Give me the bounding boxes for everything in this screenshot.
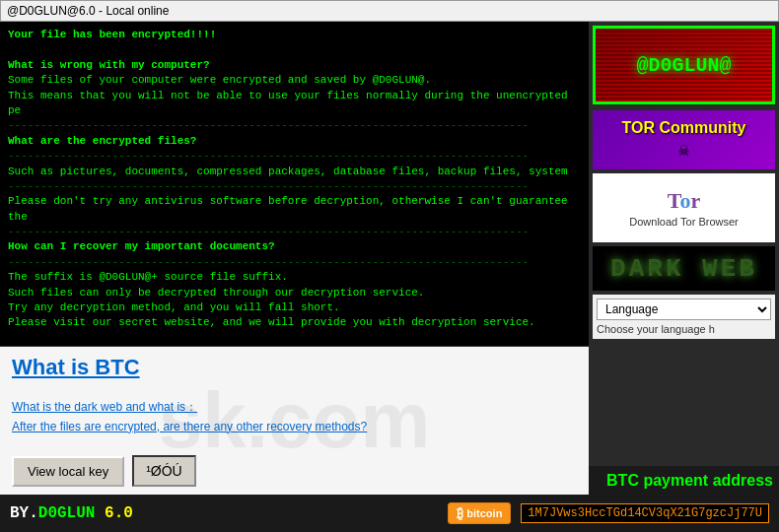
what-is-btc-link[interactable]: What is BTC <box>12 355 577 380</box>
language-section: Language Choose your language h <box>593 295 775 339</box>
language-select[interactable]: Language <box>597 299 771 320</box>
tor-community-button[interactable]: TOR Community ☠ <box>593 110 775 169</box>
msg-line4: Some files of your computer were encrypt… <box>8 74 431 86</box>
btc-payment-section: BTC payment address <box>589 466 779 495</box>
msg-sep4: ----------------------------------------… <box>8 226 529 237</box>
right-panel: @D0GLUN@ TOR Community ☠ Tor Download To… <box>589 22 779 495</box>
recovery-methods-link[interactable]: After the files are encrypted, are there… <box>12 420 577 433</box>
msg-line5: This means that you will not be able to … <box>8 90 568 116</box>
msg-line6: What are the encrypted files? <box>8 135 196 147</box>
msg-line10: The suffix is @D0GLUN@+ source file suff… <box>8 271 288 283</box>
bitcoin-label: bitcoin <box>466 507 502 519</box>
msg-line7: Such as pictures, documents, compressed … <box>8 166 568 177</box>
bitcoin-logo: ₿ bitcoin <box>448 502 511 524</box>
msg-sep3: ----------------------------------------… <box>8 180 529 192</box>
message-area: Your file has been encrypted!!!! What is… <box>0 22 589 347</box>
msg-line3: What is wrong with my computer? <box>8 59 210 71</box>
title-bar: @D0GLUN@6.0 - Local online <box>0 0 779 22</box>
footer: BY.D0GLUN 6.0 ₿ bitcoin 1M7JVws3HccTGd14… <box>0 495 779 532</box>
download-tor-text: Download Tor Browser <box>629 216 738 228</box>
tor-logo: Tor <box>668 188 700 214</box>
msg-line11: Such files can only be decrypted through… <box>8 287 424 299</box>
footer-branding: BY.D0GLUN 6.0 <box>10 504 133 522</box>
msg-line1: Your file has been encrypted!!!! <box>8 29 216 40</box>
btc-payment-label: BTC payment address <box>606 472 773 489</box>
msg-sep2: ----------------------------------------… <box>8 150 529 162</box>
footer-by: BY.D0GLUN <box>10 504 95 522</box>
view-local-key-button[interactable]: View local key <box>12 456 124 487</box>
footer-version: 6.0 <box>105 504 133 522</box>
tor-community-label: TOR Community <box>622 119 746 137</box>
skull-icon: ☠ <box>678 139 689 161</box>
msg-line9: How can I recover my important documents… <box>8 240 275 252</box>
btc-address: 1M7JVws3HccTGd14CV3qX21G7gzcJj77U <box>521 503 769 523</box>
bottom-left-panel: sk.com What is BTC What is the dark web … <box>0 347 589 495</box>
msg-line8: Please don't try any antivirus software … <box>8 195 568 222</box>
msg-sep1: ----------------------------------------… <box>8 119 529 131</box>
dark-web-box: DARK WEB <box>593 246 775 291</box>
tor-browser-button[interactable]: Tor Download Tor Browser <box>593 173 775 242</box>
dark-web-label: DARK WEB <box>610 254 757 284</box>
action-row: View local key ¹ØÓÚ <box>12 455 577 487</box>
choose-language-hint: Choose your language h <box>597 323 771 335</box>
msg-sep5: ----------------------------------------… <box>8 256 529 268</box>
key-chars-display: ¹ØÓÚ <box>132 455 196 487</box>
msg-line13: Please visit our secret website, and we … <box>8 316 535 328</box>
title-text: @D0GLUN@6.0 - Local online <box>7 4 169 18</box>
links-section: What is the dark web and what is： After … <box>12 399 577 433</box>
doglun-box[interactable]: @D0GLUN@ <box>593 26 775 104</box>
dark-web-link[interactable]: What is the dark web and what is： <box>12 399 577 416</box>
msg-line12: Try any decryption method, and you will … <box>8 301 340 313</box>
doglun-label: @D0GLUN@ <box>636 54 731 77</box>
